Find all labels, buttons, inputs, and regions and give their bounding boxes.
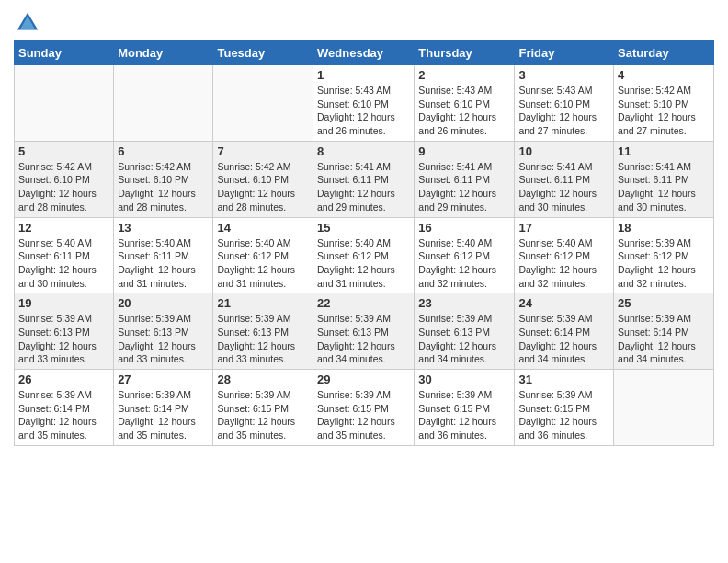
day-info: Sunrise: 5:41 AM Sunset: 6:11 PM Dayligh… <box>518 160 609 214</box>
calendar-cell: 19Sunrise: 5:39 AM Sunset: 6:13 PM Dayli… <box>15 293 114 370</box>
day-info: Sunrise: 5:39 AM Sunset: 6:13 PM Dayligh… <box>118 312 209 366</box>
calendar-week-row: 19Sunrise: 5:39 AM Sunset: 6:13 PM Dayli… <box>15 293 714 370</box>
day-number: 7 <box>217 144 309 158</box>
day-number: 22 <box>317 296 410 310</box>
day-number: 4 <box>618 68 710 82</box>
calendar-cell: 13Sunrise: 5:40 AM Sunset: 6:11 PM Dayli… <box>114 217 213 293</box>
day-of-week-header: Tuesday <box>213 41 313 65</box>
calendar-cell <box>213 65 313 142</box>
day-number: 26 <box>18 373 109 386</box>
day-info: Sunrise: 5:43 AM Sunset: 6:10 PM Dayligh… <box>317 84 410 138</box>
day-number: 3 <box>518 68 609 82</box>
day-info: Sunrise: 5:43 AM Sunset: 6:10 PM Dayligh… <box>518 84 609 138</box>
day-number: 14 <box>217 221 309 235</box>
day-info: Sunrise: 5:39 AM Sunset: 6:13 PM Dayligh… <box>217 312 309 366</box>
calendar-cell: 24Sunrise: 5:39 AM Sunset: 6:14 PM Dayli… <box>515 293 614 370</box>
day-of-week-header: Thursday <box>415 41 515 65</box>
day-of-week-header: Wednesday <box>313 41 415 65</box>
calendar-cell: 12Sunrise: 5:40 AM Sunset: 6:11 PM Dayli… <box>15 217 114 293</box>
calendar-week-row: 1Sunrise: 5:43 AM Sunset: 6:10 PM Daylig… <box>15 65 714 142</box>
day-number: 27 <box>118 373 209 386</box>
calendar-cell: 6Sunrise: 5:42 AM Sunset: 6:10 PM Daylig… <box>114 141 213 217</box>
day-of-week-header: Friday <box>515 41 614 65</box>
day-number: 19 <box>18 296 109 310</box>
day-number: 6 <box>118 144 209 158</box>
day-number: 28 <box>217 373 309 386</box>
day-number: 11 <box>618 144 710 158</box>
calendar-cell: 7Sunrise: 5:42 AM Sunset: 6:10 PM Daylig… <box>213 141 313 217</box>
calendar-cell: 15Sunrise: 5:40 AM Sunset: 6:12 PM Dayli… <box>313 217 415 293</box>
day-number: 29 <box>317 373 410 386</box>
calendar-cell: 5Sunrise: 5:42 AM Sunset: 6:10 PM Daylig… <box>15 141 114 217</box>
day-info: Sunrise: 5:39 AM Sunset: 6:15 PM Dayligh… <box>418 388 510 442</box>
calendar-cell: 8Sunrise: 5:41 AM Sunset: 6:11 PM Daylig… <box>313 141 415 217</box>
day-number: 10 <box>518 144 609 158</box>
calendar-cell: 27Sunrise: 5:39 AM Sunset: 6:14 PM Dayli… <box>114 370 213 446</box>
calendar-cell: 28Sunrise: 5:39 AM Sunset: 6:15 PM Dayli… <box>213 370 313 446</box>
day-of-week-header: Saturday <box>614 41 714 65</box>
day-number: 16 <box>418 221 510 235</box>
day-info: Sunrise: 5:41 AM Sunset: 6:11 PM Dayligh… <box>317 160 410 214</box>
calendar-cell: 3Sunrise: 5:43 AM Sunset: 6:10 PM Daylig… <box>515 65 614 142</box>
calendar-cell: 30Sunrise: 5:39 AM Sunset: 6:15 PM Dayli… <box>415 370 515 446</box>
day-number: 5 <box>18 144 109 158</box>
calendar-table: SundayMondayTuesdayWednesdayThursdayFrid… <box>14 40 714 446</box>
calendar-cell <box>15 65 114 142</box>
calendar-cell: 14Sunrise: 5:40 AM Sunset: 6:12 PM Dayli… <box>213 217 313 293</box>
day-info: Sunrise: 5:40 AM Sunset: 6:12 PM Dayligh… <box>518 236 609 291</box>
page-header <box>14 9 714 37</box>
day-number: 20 <box>118 296 209 310</box>
day-info: Sunrise: 5:39 AM Sunset: 6:14 PM Dayligh… <box>118 388 209 442</box>
day-number: 30 <box>418 373 510 386</box>
day-of-week-header: Monday <box>114 41 213 65</box>
calendar-cell <box>114 65 213 142</box>
day-number: 18 <box>618 221 710 235</box>
day-number: 2 <box>418 68 510 82</box>
day-of-week-header: Sunday <box>15 41 114 65</box>
day-info: Sunrise: 5:39 AM Sunset: 6:13 PM Dayligh… <box>418 312 510 366</box>
day-info: Sunrise: 5:40 AM Sunset: 6:12 PM Dayligh… <box>418 236 510 291</box>
day-number: 24 <box>518 296 609 310</box>
calendar-cell: 16Sunrise: 5:40 AM Sunset: 6:12 PM Dayli… <box>415 217 515 293</box>
day-info: Sunrise: 5:40 AM Sunset: 6:11 PM Dayligh… <box>118 236 209 291</box>
logo-icon <box>14 9 41 37</box>
day-info: Sunrise: 5:42 AM Sunset: 6:10 PM Dayligh… <box>18 160 109 214</box>
day-info: Sunrise: 5:39 AM Sunset: 6:14 PM Dayligh… <box>518 312 609 366</box>
day-info: Sunrise: 5:40 AM Sunset: 6:12 PM Dayligh… <box>217 236 309 291</box>
calendar-cell: 11Sunrise: 5:41 AM Sunset: 6:11 PM Dayli… <box>614 141 714 217</box>
day-number: 31 <box>518 373 609 386</box>
calendar-cell: 2Sunrise: 5:43 AM Sunset: 6:10 PM Daylig… <box>415 65 515 142</box>
day-info: Sunrise: 5:39 AM Sunset: 6:12 PM Dayligh… <box>618 236 710 291</box>
day-number: 15 <box>317 221 410 235</box>
calendar-cell: 23Sunrise: 5:39 AM Sunset: 6:13 PM Dayli… <box>415 293 515 370</box>
day-number: 13 <box>118 221 209 235</box>
calendar-header-row: SundayMondayTuesdayWednesdayThursdayFrid… <box>15 41 714 65</box>
day-number: 8 <box>317 144 410 158</box>
calendar-week-row: 12Sunrise: 5:40 AM Sunset: 6:11 PM Dayli… <box>15 217 714 293</box>
day-info: Sunrise: 5:41 AM Sunset: 6:11 PM Dayligh… <box>418 160 510 214</box>
day-info: Sunrise: 5:39 AM Sunset: 6:15 PM Dayligh… <box>217 388 309 442</box>
day-number: 25 <box>618 296 710 310</box>
calendar-cell: 25Sunrise: 5:39 AM Sunset: 6:14 PM Dayli… <box>614 293 714 370</box>
calendar-cell: 31Sunrise: 5:39 AM Sunset: 6:15 PM Dayli… <box>515 370 614 446</box>
calendar-cell: 4Sunrise: 5:42 AM Sunset: 6:10 PM Daylig… <box>614 65 714 142</box>
day-info: Sunrise: 5:43 AM Sunset: 6:10 PM Dayligh… <box>418 84 510 138</box>
day-number: 9 <box>418 144 510 158</box>
calendar-cell: 21Sunrise: 5:39 AM Sunset: 6:13 PM Dayli… <box>213 293 313 370</box>
day-number: 12 <box>18 221 109 235</box>
calendar-cell: 10Sunrise: 5:41 AM Sunset: 6:11 PM Dayli… <box>515 141 614 217</box>
day-info: Sunrise: 5:41 AM Sunset: 6:11 PM Dayligh… <box>618 160 710 214</box>
day-info: Sunrise: 5:42 AM Sunset: 6:10 PM Dayligh… <box>118 160 209 214</box>
day-info: Sunrise: 5:39 AM Sunset: 6:15 PM Dayligh… <box>317 388 410 442</box>
calendar-cell: 17Sunrise: 5:40 AM Sunset: 6:12 PM Dayli… <box>515 217 614 293</box>
calendar-week-row: 26Sunrise: 5:39 AM Sunset: 6:14 PM Dayli… <box>15 370 714 446</box>
calendar-cell: 26Sunrise: 5:39 AM Sunset: 6:14 PM Dayli… <box>15 370 114 446</box>
day-number: 21 <box>217 296 309 310</box>
day-info: Sunrise: 5:42 AM Sunset: 6:10 PM Dayligh… <box>217 160 309 214</box>
day-info: Sunrise: 5:39 AM Sunset: 6:13 PM Dayligh… <box>18 312 109 366</box>
day-info: Sunrise: 5:39 AM Sunset: 6:14 PM Dayligh… <box>618 312 710 366</box>
logo <box>14 9 45 37</box>
day-number: 1 <box>317 68 410 82</box>
day-number: 23 <box>418 296 510 310</box>
calendar-cell: 29Sunrise: 5:39 AM Sunset: 6:15 PM Dayli… <box>313 370 415 446</box>
